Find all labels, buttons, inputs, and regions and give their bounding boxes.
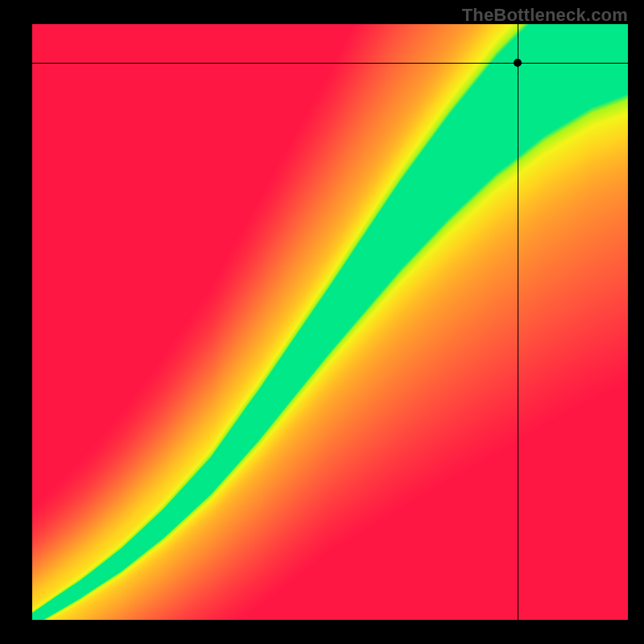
crosshair-vertical	[518, 24, 518, 620]
crosshair-horizontal	[32, 63, 628, 64]
watermark-text: TheBottleneck.com	[462, 5, 628, 26]
chart-container: TheBottleneck.com	[0, 0, 644, 644]
bottleneck-heatmap	[32, 24, 628, 620]
